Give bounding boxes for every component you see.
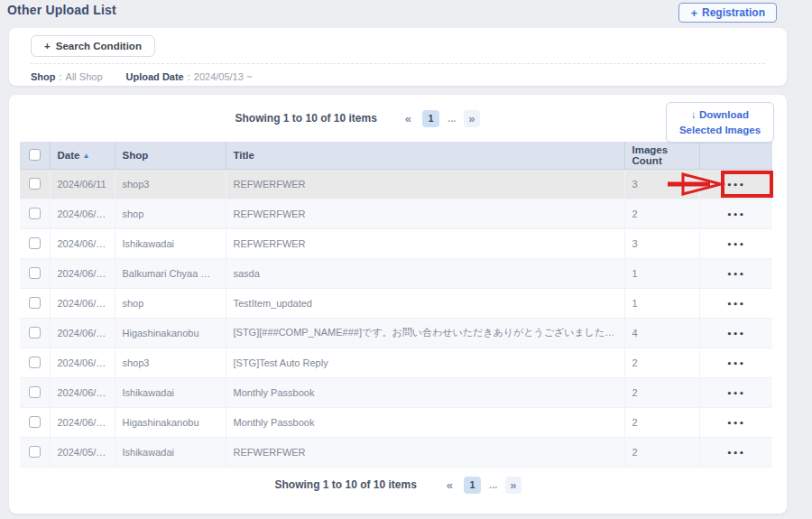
row-checkbox[interactable] bbox=[29, 357, 41, 368]
row-checkbox-cell bbox=[20, 169, 50, 199]
row-images-count: 2 bbox=[624, 407, 699, 437]
filter-summary: Shop : All Shop Upload Date : 2024/05/13… bbox=[31, 64, 765, 82]
row-date: 2024/05/23 bbox=[50, 437, 115, 467]
pagination-prev-button[interactable]: « bbox=[444, 477, 456, 493]
list-toolbar: Showing 1 to 10 of 10 items « 1 ... » ↓ … bbox=[9, 95, 787, 142]
row-actions-cell: ••• bbox=[699, 318, 772, 348]
row-actions-cell: ••• bbox=[699, 199, 772, 228]
download-label-line2: Selected Images bbox=[679, 125, 761, 135]
row-actions-button[interactable]: ••• bbox=[727, 211, 745, 219]
filter-shop-label: Shop bbox=[31, 71, 56, 82]
pagination-ellipsis: ... bbox=[489, 479, 497, 490]
row-title: REFWERFWER bbox=[226, 199, 624, 228]
row-title: REFWERFWER bbox=[226, 228, 624, 258]
column-header-actions bbox=[699, 142, 772, 169]
select-all-checkbox[interactable] bbox=[29, 149, 41, 161]
row-shop: shop bbox=[115, 288, 226, 318]
pagination-next-button[interactable]: » bbox=[505, 477, 521, 494]
row-images-count: 2 bbox=[624, 199, 699, 228]
row-actions-button[interactable]: ••• bbox=[727, 181, 745, 190]
row-actions-cell: ••• bbox=[699, 377, 772, 407]
row-actions-cell: ••• bbox=[699, 348, 772, 377]
row-date: 2024/06/06 bbox=[50, 228, 115, 258]
table-row: 2024/06/03 shop3 [STG]Test Auto Reply 2 … bbox=[20, 348, 772, 377]
search-condition-button[interactable]: + Search Condition bbox=[31, 35, 155, 57]
row-title: REFWERFWER bbox=[226, 437, 624, 467]
search-condition-label: Search Condition bbox=[56, 41, 142, 51]
row-date: 2024/06/03 bbox=[50, 348, 115, 377]
row-actions-button[interactable]: ••• bbox=[727, 420, 745, 428]
row-images-count: 3 bbox=[624, 169, 699, 199]
row-title: Monthly Passbook bbox=[226, 377, 624, 407]
row-images-count: 2 bbox=[624, 348, 699, 377]
upload-list-table: Date▲ Shop Title Images Count 2024/06/11… bbox=[20, 142, 772, 468]
download-selected-images-button[interactable]: ↓ Download Selected Images bbox=[666, 102, 774, 143]
row-images-count: 3 bbox=[624, 228, 699, 258]
row-actions-button[interactable]: ••• bbox=[727, 241, 745, 249]
row-actions-cell: ••• bbox=[699, 169, 772, 199]
row-checkbox[interactable] bbox=[29, 237, 41, 249]
plus-icon: + bbox=[690, 6, 697, 20]
row-title: REFWERFWER bbox=[226, 169, 624, 199]
page-title: Other Upload List bbox=[7, 3, 116, 17]
upload-list-card: Showing 1 to 10 of 10 items « 1 ... » ↓ … bbox=[9, 95, 787, 514]
sort-asc-icon: ▲ bbox=[82, 152, 89, 160]
row-checkbox-cell bbox=[20, 199, 50, 228]
row-date: 2024/06/03 bbox=[50, 288, 115, 318]
row-shop: shop3 bbox=[115, 169, 226, 199]
row-images-count: 1 bbox=[624, 288, 699, 318]
registration-button[interactable]: + Registration bbox=[678, 3, 777, 23]
row-checkbox[interactable] bbox=[29, 267, 41, 279]
date-header-label: Date bbox=[58, 150, 80, 161]
column-header-shop[interactable]: Shop bbox=[115, 142, 226, 169]
row-checkbox[interactable] bbox=[29, 386, 41, 398]
row-checkbox[interactable] bbox=[29, 297, 41, 309]
filter-upload-date-label: Upload Date bbox=[126, 71, 184, 82]
row-actions-button[interactable]: ••• bbox=[727, 449, 745, 458]
pagination-page-1-button[interactable]: 1 bbox=[422, 110, 439, 127]
row-checkbox-cell bbox=[20, 407, 50, 437]
showing-count-text: Showing 1 to 10 of 10 items bbox=[235, 112, 376, 125]
row-checkbox[interactable] bbox=[29, 416, 41, 428]
row-shop: Higashinakanobu bbox=[115, 407, 226, 437]
column-header-images-count[interactable]: Images Count bbox=[624, 142, 699, 169]
row-title: TestItem_updated bbox=[226, 288, 624, 318]
search-button-row: + Search Condition bbox=[31, 35, 765, 64]
row-actions-button[interactable]: ••• bbox=[727, 360, 745, 368]
pagination-next-button[interactable]: » bbox=[464, 110, 479, 127]
row-actions-button[interactable]: ••• bbox=[727, 301, 745, 309]
row-title: [STG][###COMP_NAME###]です。お問い合わせいただきありがとう… bbox=[226, 318, 624, 348]
row-shop: Ishikawadai bbox=[115, 437, 226, 467]
row-checkbox[interactable] bbox=[29, 208, 41, 219]
row-title: Monthly Passbook bbox=[226, 407, 624, 437]
pagination-top: « 1 ... » bbox=[402, 110, 480, 127]
row-checkbox[interactable] bbox=[29, 446, 41, 458]
row-actions-button[interactable]: ••• bbox=[727, 271, 745, 279]
row-shop: shop3 bbox=[115, 348, 226, 377]
pagination-page-1-button[interactable]: 1 bbox=[464, 477, 481, 494]
search-condition-card: + Search Condition Shop : All Shop Uploa… bbox=[9, 28, 787, 86]
table-body: 2024/06/11 shop3 REFWERFWER 3 ••• 2024/0… bbox=[20, 169, 772, 467]
row-actions-button[interactable]: ••• bbox=[727, 330, 745, 338]
pagination-bottom: « 1 ... » bbox=[444, 477, 521, 494]
colon: : bbox=[60, 71, 62, 82]
table-row: 2024/06/01 Ishikawadai Monthly Passbook … bbox=[20, 377, 772, 407]
row-checkbox[interactable] bbox=[29, 327, 41, 338]
column-header-title[interactable]: Title bbox=[226, 142, 624, 169]
row-checkbox-cell bbox=[20, 377, 50, 407]
row-shop: Ishikawadai bbox=[115, 228, 226, 258]
row-checkbox-cell bbox=[20, 228, 50, 258]
row-title: sasda bbox=[226, 258, 624, 288]
row-date: 2024/06/03 bbox=[50, 258, 115, 288]
page-header: Other Upload List + Registration bbox=[0, 0, 812, 25]
filter-shop-value: All Shop bbox=[66, 71, 103, 82]
column-header-date[interactable]: Date▲ bbox=[50, 142, 115, 169]
row-actions-button[interactable]: ••• bbox=[727, 390, 745, 398]
row-date: 2024/06/03 bbox=[50, 318, 115, 348]
row-images-count: 2 bbox=[624, 377, 699, 407]
row-checkbox[interactable] bbox=[29, 178, 41, 190]
row-actions-cell: ••• bbox=[699, 288, 772, 318]
showing-count-text-bottom: Showing 1 to 10 of 10 items bbox=[274, 478, 416, 491]
row-checkbox-cell bbox=[20, 348, 50, 377]
pagination-prev-button[interactable]: « bbox=[402, 111, 414, 126]
